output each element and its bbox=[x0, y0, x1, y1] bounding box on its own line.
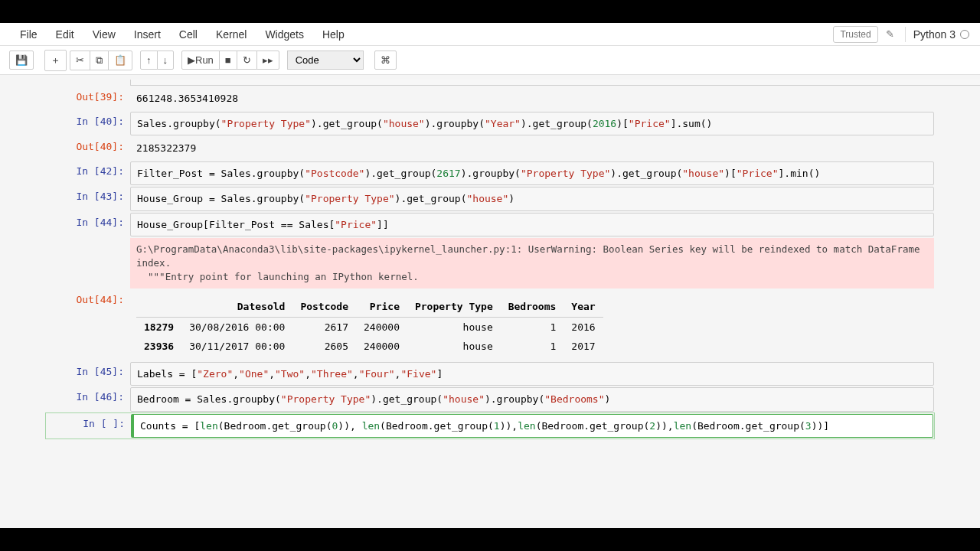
fast-forward-icon[interactable]: ▸▸ bbox=[256, 51, 279, 70]
stop-icon[interactable]: ■ bbox=[219, 51, 237, 70]
copy-icon[interactable]: ⧉ bbox=[90, 51, 109, 70]
prompt-out: Out[39]: bbox=[46, 87, 130, 110]
jupyter-app: File Edit View Insert Cell Kernel Widget… bbox=[0, 23, 980, 528]
restart-icon[interactable]: ↻ bbox=[237, 51, 257, 70]
prompt-out: Out[44]: bbox=[46, 290, 130, 360]
code-input[interactable]: Sales.groupby("Property Type").get_group… bbox=[130, 112, 934, 136]
prompt-in: In [42]: bbox=[46, 161, 130, 186]
cell-in-45[interactable]: In [45]: Labels = ["Zero","One","Two","T… bbox=[46, 362, 934, 386]
add-cell-icon[interactable]: ＋ bbox=[44, 50, 67, 71]
code-input-active[interactable]: Counts = [len(Bedroom.get_group(0)), len… bbox=[131, 414, 933, 439]
toolbar: 💾 ＋ ✂ ⧉ 📋 ↑ ↓ ▶ Run ■ ↻ ▸▸ Code ⌘ bbox=[0, 46, 980, 75]
code-input[interactable]: Filter_Post = Sales.groupby("Postcode").… bbox=[130, 161, 934, 186]
cell-warning: G:\ProgramData\Anaconda3\lib\site-packag… bbox=[46, 238, 934, 289]
cell-in-43[interactable]: In [43]: House_Group = Sales.groupby("Pr… bbox=[46, 187, 934, 211]
code-input[interactable]: House_Group = Sales.groupby("Property Ty… bbox=[130, 187, 934, 211]
cell-partial-top bbox=[130, 80, 980, 86]
cell-out-44: Out[44]: DatesoldPostcodePriceProperty T… bbox=[46, 290, 934, 360]
table-row: 2393630/11/2017 00:002605240000house1201… bbox=[136, 337, 603, 357]
menu-insert[interactable]: Insert bbox=[125, 28, 170, 41]
cell-out-40: Out[40]: 2185322379 bbox=[46, 137, 934, 160]
command-palette-icon[interactable]: ⌘ bbox=[374, 51, 397, 70]
kernel-indicator-icon bbox=[960, 30, 969, 39]
menubar: File Edit View Insert Cell Kernel Widget… bbox=[0, 23, 980, 46]
prompt-in: In [43]: bbox=[46, 187, 130, 211]
prompt-out: Out[40]: bbox=[46, 137, 130, 160]
prompt-in: In [ ]: bbox=[47, 414, 131, 439]
notebook-area: Out[39]: 661248.3653410928 In [40]: Sale… bbox=[0, 75, 980, 455]
cell-in-42[interactable]: In [42]: Filter_Post = Sales.groupby("Po… bbox=[46, 161, 934, 186]
output-text: 2185322379 bbox=[130, 137, 934, 160]
cut-icon[interactable]: ✂ bbox=[70, 51, 90, 70]
celltype-select[interactable]: Code bbox=[287, 51, 364, 70]
output-text: 661248.3653410928 bbox=[130, 87, 934, 110]
paste-icon[interactable]: 📋 bbox=[108, 51, 132, 70]
dataframe-table: DatesoldPostcodePriceProperty TypeBedroo… bbox=[136, 297, 603, 357]
cell-in-40[interactable]: In [40]: Sales.groupby("Property Type").… bbox=[46, 112, 934, 136]
move-down-icon[interactable]: ↓ bbox=[157, 51, 175, 70]
menu-help[interactable]: Help bbox=[313, 28, 354, 41]
menu-widgets[interactable]: Widgets bbox=[256, 28, 313, 41]
menu-file[interactable]: File bbox=[11, 28, 47, 41]
prompt-in: In [45]: bbox=[46, 362, 130, 386]
kernel-name[interactable]: Python 3 bbox=[913, 28, 956, 41]
trusted-badge[interactable]: Trusted bbox=[833, 26, 877, 43]
menu-cell[interactable]: Cell bbox=[170, 28, 207, 41]
table-row: 1827930/08/2016 00:002617240000house1201… bbox=[136, 317, 603, 337]
run-button[interactable]: ▶ Run bbox=[181, 51, 220, 70]
table-output: DatesoldPostcodePriceProperty TypeBedroo… bbox=[130, 290, 934, 360]
menu-kernel[interactable]: Kernel bbox=[207, 28, 256, 41]
pencil-icon[interactable]: ✎ bbox=[886, 28, 894, 40]
cell-in-44[interactable]: In [44]: House_Group[Filter_Post == Sale… bbox=[46, 213, 934, 237]
code-input[interactable]: Bedroom = Sales.groupby("Property Type")… bbox=[130, 387, 934, 412]
cell-in-active[interactable]: In [ ]: Counts = [len(Bedroom.get_group(… bbox=[46, 413, 934, 439]
code-input[interactable]: House_Group[Filter_Post == Sales["Price"… bbox=[130, 213, 934, 237]
code-input[interactable]: Labels = ["Zero","One","Two","Three","Fo… bbox=[130, 362, 934, 386]
cell-out-39: Out[39]: 661248.3653410928 bbox=[46, 87, 934, 110]
table-header: DatesoldPostcodePriceProperty TypeBedroo… bbox=[136, 297, 603, 317]
warning-output: G:\ProgramData\Anaconda3\lib\site-packag… bbox=[130, 238, 934, 289]
menu-view[interactable]: View bbox=[83, 28, 125, 41]
prompt-in: In [46]: bbox=[46, 387, 130, 412]
move-up-icon[interactable]: ↑ bbox=[140, 51, 158, 70]
prompt-in: In [44]: bbox=[46, 213, 130, 237]
cell-in-46[interactable]: In [46]: Bedroom = Sales.groupby("Proper… bbox=[46, 387, 934, 412]
menu-edit[interactable]: Edit bbox=[47, 28, 83, 41]
save-icon[interactable]: 💾 bbox=[9, 51, 34, 70]
prompt-in: In [40]: bbox=[46, 112, 130, 136]
